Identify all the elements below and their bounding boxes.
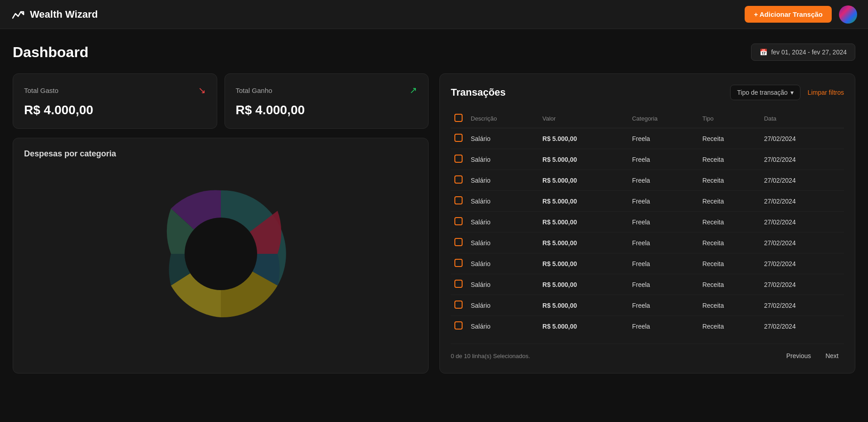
- donut-chart: [144, 177, 298, 331]
- clear-filters-button[interactable]: Limpar filtros: [808, 89, 844, 96]
- row-tipo-9: Receita: [699, 316, 761, 337]
- row-checkbox-6[interactable]: [454, 259, 463, 267]
- row-categoria-5: Freela: [629, 233, 699, 253]
- row-valor-9: R$ 5.000,00: [539, 316, 629, 337]
- row-checkbox-5[interactable]: [454, 238, 463, 246]
- total-gasto-card: Total Gasto ↘ R$ 4.000,00: [13, 73, 217, 129]
- table-row: Salário R$ 5.000,00 Freela Receita 27/02…: [451, 128, 844, 149]
- trend-down-icon: ↘: [198, 85, 206, 96]
- row-checkbox-1[interactable]: [454, 155, 463, 163]
- select-all-checkbox[interactable]: [454, 114, 463, 122]
- selected-count: 0 de 10 linha(s) Selecionados.: [451, 353, 530, 359]
- table-row: Salário R$ 5.000,00 Freela Receita 27/02…: [451, 295, 844, 316]
- transactions-table: Descrição Valor Categoria Tipo Data Salá…: [451, 109, 844, 336]
- date-range-picker[interactable]: 📅 fev 01, 2024 - fev 27, 2024: [751, 44, 855, 61]
- row-checkbox-cell-0: [451, 128, 467, 149]
- row-categoria-7: Freela: [629, 274, 699, 295]
- header-row: Dashboard 📅 fev 01, 2024 - fev 27, 2024: [13, 44, 855, 61]
- row-valor-1: R$ 5.000,00: [539, 149, 629, 170]
- row-categoria-4: Freela: [629, 212, 699, 233]
- table-footer: 0 de 10 linha(s) Selecionados. Previous …: [451, 344, 844, 362]
- table-row: Salário R$ 5.000,00 Freela Receita 27/02…: [451, 212, 844, 233]
- row-data-7: 27/02/2024: [761, 274, 844, 295]
- table-row: Salário R$ 5.000,00 Freela Receita 27/02…: [451, 253, 844, 274]
- row-data-4: 27/02/2024: [761, 212, 844, 233]
- row-tipo-6: Receita: [699, 253, 761, 274]
- brand-icon: [11, 7, 25, 22]
- row-checkbox-cell-6: [451, 253, 467, 274]
- table-row: Salário R$ 5.000,00 Freela Receita 27/02…: [451, 191, 844, 212]
- row-tipo-3: Receita: [699, 191, 761, 212]
- col-header-data: Data: [761, 109, 844, 128]
- next-button[interactable]: Next: [820, 349, 844, 362]
- table-row: Salário R$ 5.000,00 Freela Receita 27/02…: [451, 274, 844, 295]
- col-header-tipo: Tipo: [699, 109, 761, 128]
- navbar: Wealth Wizard + Adicionar Transção: [0, 0, 868, 29]
- col-header-valor: Valor: [539, 109, 629, 128]
- previous-button[interactable]: Previous: [781, 349, 816, 362]
- row-categoria-3: Freela: [629, 191, 699, 212]
- row-categoria-0: Freela: [629, 128, 699, 149]
- row-checkbox-7[interactable]: [454, 280, 463, 288]
- row-checkbox-9[interactable]: [454, 321, 463, 330]
- row-valor-3: R$ 5.000,00: [539, 191, 629, 212]
- row-checkbox-8[interactable]: [454, 301, 463, 309]
- row-valor-4: R$ 5.000,00: [539, 212, 629, 233]
- col-header-categoria: Categoria: [629, 109, 699, 128]
- brand: Wealth Wizard: [11, 7, 98, 22]
- table-row: Salário R$ 5.000,00 Freela Receita 27/02…: [451, 233, 844, 253]
- row-valor-0: R$ 5.000,00: [539, 128, 629, 149]
- chevron-down-icon: ▾: [790, 89, 794, 96]
- row-tipo-4: Receita: [699, 212, 761, 233]
- transactions-header: Transações Tipo de transação ▾ Limpar fi…: [451, 85, 844, 100]
- row-checkbox-0[interactable]: [454, 134, 463, 142]
- row-tipo-7: Receita: [699, 274, 761, 295]
- page-title: Dashboard: [13, 44, 88, 61]
- date-range-label: fev 01, 2024 - fev 27, 2024: [771, 49, 847, 56]
- table-body: Salário R$ 5.000,00 Freela Receita 27/02…: [451, 128, 844, 337]
- row-tipo-0: Receita: [699, 128, 761, 149]
- col-header-descricao: Descrição: [467, 109, 539, 128]
- row-checkbox-4[interactable]: [454, 217, 463, 225]
- left-column: Total Gasto ↘ R$ 4.000,00 Total Ganho ↗ …: [13, 73, 429, 373]
- total-ganho-value: R$ 4.000,00: [236, 103, 418, 117]
- right-column: Transações Tipo de transação ▾ Limpar fi…: [439, 73, 855, 373]
- avatar[interactable]: [839, 5, 857, 24]
- row-checkbox-cell-5: [451, 233, 467, 253]
- chart-container: [24, 168, 417, 340]
- row-descricao-3: Salário: [467, 191, 539, 212]
- transactions-card: Transações Tipo de transação ▾ Limpar fi…: [439, 73, 855, 373]
- row-checkbox-2[interactable]: [454, 175, 463, 184]
- row-valor-8: R$ 5.000,00: [539, 295, 629, 316]
- row-valor-2: R$ 5.000,00: [539, 170, 629, 191]
- row-tipo-5: Receita: [699, 233, 761, 253]
- row-categoria-2: Freela: [629, 170, 699, 191]
- table-header: Descrição Valor Categoria Tipo Data: [451, 109, 844, 128]
- row-descricao-6: Salário: [467, 253, 539, 274]
- row-checkbox-cell-7: [451, 274, 467, 295]
- transactions-controls: Tipo de transação ▾ Limpar filtros: [730, 85, 844, 100]
- row-descricao-8: Salário: [467, 295, 539, 316]
- navbar-right: + Adicionar Transção: [745, 5, 857, 24]
- row-valor-6: R$ 5.000,00: [539, 253, 629, 274]
- row-data-1: 27/02/2024: [761, 149, 844, 170]
- row-valor-5: R$ 5.000,00: [539, 233, 629, 253]
- brand-title: Wealth Wizard: [30, 9, 98, 20]
- stat-cards: Total Gasto ↘ R$ 4.000,00 Total Ganho ↗ …: [13, 73, 429, 129]
- row-categoria-9: Freela: [629, 316, 699, 337]
- row-descricao-4: Salário: [467, 212, 539, 233]
- row-checkbox-cell-2: [451, 170, 467, 191]
- add-transaction-button[interactable]: + Adicionar Transção: [745, 6, 832, 23]
- row-data-6: 27/02/2024: [761, 253, 844, 274]
- svg-point-0: [185, 218, 257, 290]
- trend-up-icon: ↗: [410, 85, 417, 96]
- total-ganho-label: Total Ganho: [236, 87, 273, 94]
- row-descricao-7: Salário: [467, 274, 539, 295]
- content-grid: Total Gasto ↘ R$ 4.000,00 Total Ganho ↗ …: [13, 73, 855, 373]
- row-data-0: 27/02/2024: [761, 128, 844, 149]
- row-data-3: 27/02/2024: [761, 191, 844, 212]
- row-categoria-6: Freela: [629, 253, 699, 274]
- total-gasto-value: R$ 4.000,00: [24, 103, 206, 117]
- transaction-type-filter[interactable]: Tipo de transação ▾: [730, 85, 800, 100]
- row-checkbox-3[interactable]: [454, 196, 463, 204]
